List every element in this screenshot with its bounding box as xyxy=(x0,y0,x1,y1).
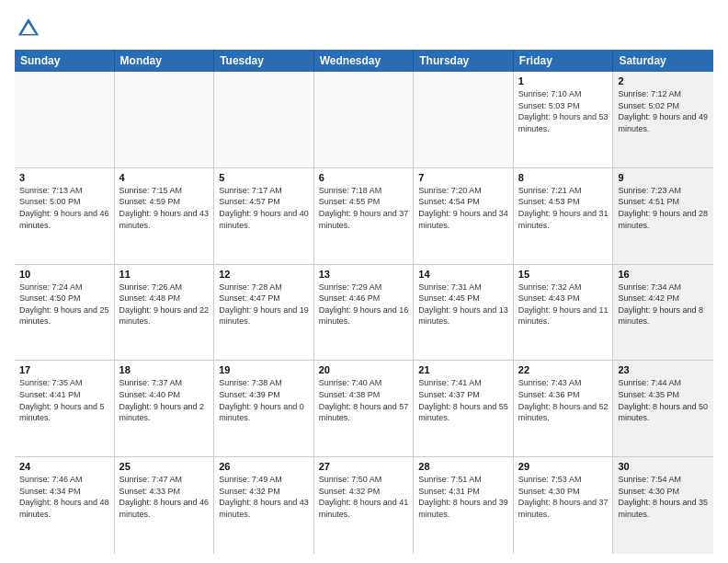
day-cell-17: 17Sunrise: 7:35 AM Sunset: 4:41 PM Dayli… xyxy=(15,361,115,456)
day-info: Sunrise: 7:35 AM Sunset: 4:41 PM Dayligh… xyxy=(19,377,109,423)
empty-cell xyxy=(414,72,514,167)
day-number: 8 xyxy=(518,172,609,183)
day-header-wednesday: Wednesday xyxy=(314,50,415,72)
day-header-saturday: Saturday xyxy=(613,50,713,72)
day-number: 19 xyxy=(219,364,309,375)
day-cell-7: 7Sunrise: 7:20 AM Sunset: 4:54 PM Daylig… xyxy=(414,168,514,264)
calendar-week-5: 24Sunrise: 7:46 AM Sunset: 4:34 PM Dayli… xyxy=(15,457,713,554)
day-cell-16: 16Sunrise: 7:34 AM Sunset: 4:42 PM Dayli… xyxy=(613,265,713,361)
day-header-sunday: Sunday xyxy=(15,50,115,72)
day-number: 7 xyxy=(418,172,508,183)
day-info: Sunrise: 7:12 AM Sunset: 5:02 PM Dayligh… xyxy=(618,88,709,134)
day-number: 1 xyxy=(518,75,609,86)
day-info: Sunrise: 7:37 AM Sunset: 4:40 PM Dayligh… xyxy=(119,377,210,423)
page: SundayMondayTuesdayWednesdayThursdayFrid… xyxy=(0,0,728,563)
day-number: 10 xyxy=(19,269,109,280)
day-cell-8: 8Sunrise: 7:21 AM Sunset: 4:53 PM Daylig… xyxy=(514,168,614,264)
day-info: Sunrise: 7:18 AM Sunset: 4:55 PM Dayligh… xyxy=(319,185,409,231)
day-number: 13 xyxy=(319,269,409,280)
day-cell-23: 23Sunrise: 7:44 AM Sunset: 4:35 PM Dayli… xyxy=(613,361,713,456)
day-number: 29 xyxy=(518,461,609,472)
day-number: 22 xyxy=(518,364,609,375)
day-number: 15 xyxy=(518,269,609,280)
day-cell-10: 10Sunrise: 7:24 AM Sunset: 4:50 PM Dayli… xyxy=(15,265,115,361)
day-cell-4: 4Sunrise: 7:15 AM Sunset: 4:59 PM Daylig… xyxy=(115,168,215,264)
calendar-body: 1Sunrise: 7:10 AM Sunset: 5:03 PM Daylig… xyxy=(15,72,713,554)
day-number: 16 xyxy=(618,269,709,280)
day-info: Sunrise: 7:32 AM Sunset: 4:43 PM Dayligh… xyxy=(518,282,609,327)
day-cell-6: 6Sunrise: 7:18 AM Sunset: 4:55 PM Daylig… xyxy=(314,168,415,264)
day-info: Sunrise: 7:31 AM Sunset: 4:45 PM Dayligh… xyxy=(418,282,508,327)
day-info: Sunrise: 7:46 AM Sunset: 4:34 PM Dayligh… xyxy=(19,474,109,520)
empty-cell xyxy=(115,72,215,167)
calendar-week-2: 3Sunrise: 7:13 AM Sunset: 5:00 PM Daylig… xyxy=(15,168,713,265)
day-info: Sunrise: 7:40 AM Sunset: 4:38 PM Dayligh… xyxy=(319,377,409,423)
day-number: 28 xyxy=(418,461,508,472)
day-info: Sunrise: 7:15 AM Sunset: 4:59 PM Dayligh… xyxy=(119,185,210,231)
day-number: 23 xyxy=(618,364,709,375)
day-number: 9 xyxy=(618,172,709,183)
day-cell-3: 3Sunrise: 7:13 AM Sunset: 5:00 PM Daylig… xyxy=(15,168,115,264)
day-number: 26 xyxy=(219,461,309,472)
day-header-friday: Friday xyxy=(514,50,614,72)
day-info: Sunrise: 7:21 AM Sunset: 4:53 PM Dayligh… xyxy=(518,185,609,231)
day-cell-1: 1Sunrise: 7:10 AM Sunset: 5:03 PM Daylig… xyxy=(514,72,614,167)
day-number: 17 xyxy=(19,364,109,375)
day-cell-26: 26Sunrise: 7:49 AM Sunset: 4:32 PM Dayli… xyxy=(214,457,314,554)
day-info: Sunrise: 7:41 AM Sunset: 4:37 PM Dayligh… xyxy=(418,377,508,423)
day-info: Sunrise: 7:50 AM Sunset: 4:32 PM Dayligh… xyxy=(319,474,409,520)
day-info: Sunrise: 7:54 AM Sunset: 4:30 PM Dayligh… xyxy=(618,474,709,520)
day-cell-14: 14Sunrise: 7:31 AM Sunset: 4:45 PM Dayli… xyxy=(414,265,514,361)
day-info: Sunrise: 7:17 AM Sunset: 4:57 PM Dayligh… xyxy=(219,185,309,231)
calendar-header: SundayMondayTuesdayWednesdayThursdayFrid… xyxy=(15,50,713,72)
day-info: Sunrise: 7:10 AM Sunset: 5:03 PM Dayligh… xyxy=(518,88,609,134)
day-info: Sunrise: 7:28 AM Sunset: 4:47 PM Dayligh… xyxy=(219,282,309,327)
empty-cell xyxy=(214,72,314,167)
day-number: 24 xyxy=(19,461,109,472)
day-info: Sunrise: 7:34 AM Sunset: 4:42 PM Dayligh… xyxy=(618,282,709,327)
day-cell-15: 15Sunrise: 7:32 AM Sunset: 4:43 PM Dayli… xyxy=(514,265,614,361)
logo-icon xyxy=(15,15,42,42)
day-number: 5 xyxy=(219,172,309,183)
calendar: SundayMondayTuesdayWednesdayThursdayFrid… xyxy=(15,50,713,554)
day-cell-29: 29Sunrise: 7:53 AM Sunset: 4:30 PM Dayli… xyxy=(514,457,614,554)
day-number: 12 xyxy=(219,269,309,280)
calendar-week-3: 10Sunrise: 7:24 AM Sunset: 4:50 PM Dayli… xyxy=(15,265,713,362)
day-cell-25: 25Sunrise: 7:47 AM Sunset: 4:33 PM Dayli… xyxy=(115,457,215,554)
day-cell-24: 24Sunrise: 7:46 AM Sunset: 4:34 PM Dayli… xyxy=(15,457,115,554)
empty-cell xyxy=(15,72,115,167)
day-info: Sunrise: 7:20 AM Sunset: 4:54 PM Dayligh… xyxy=(418,185,508,231)
day-cell-19: 19Sunrise: 7:38 AM Sunset: 4:39 PM Dayli… xyxy=(214,361,314,456)
day-number: 30 xyxy=(618,461,709,472)
day-info: Sunrise: 7:26 AM Sunset: 4:48 PM Dayligh… xyxy=(119,282,210,327)
day-number: 6 xyxy=(319,172,409,183)
day-info: Sunrise: 7:23 AM Sunset: 4:51 PM Dayligh… xyxy=(618,185,709,231)
calendar-week-1: 1Sunrise: 7:10 AM Sunset: 5:03 PM Daylig… xyxy=(15,72,713,168)
day-cell-9: 9Sunrise: 7:23 AM Sunset: 4:51 PM Daylig… xyxy=(613,168,713,264)
day-header-thursday: Thursday xyxy=(414,50,514,72)
calendar-week-4: 17Sunrise: 7:35 AM Sunset: 4:41 PM Dayli… xyxy=(15,361,713,457)
day-number: 4 xyxy=(119,172,210,183)
header xyxy=(15,15,713,42)
day-info: Sunrise: 7:44 AM Sunset: 4:35 PM Dayligh… xyxy=(618,377,709,423)
day-info: Sunrise: 7:49 AM Sunset: 4:32 PM Dayligh… xyxy=(219,474,309,520)
day-number: 2 xyxy=(618,75,709,86)
day-number: 11 xyxy=(119,269,210,280)
day-header-tuesday: Tuesday xyxy=(214,50,314,72)
empty-cell xyxy=(314,72,415,167)
day-cell-27: 27Sunrise: 7:50 AM Sunset: 4:32 PM Dayli… xyxy=(314,457,415,554)
day-cell-18: 18Sunrise: 7:37 AM Sunset: 4:40 PM Dayli… xyxy=(115,361,215,456)
day-info: Sunrise: 7:43 AM Sunset: 4:36 PM Dayligh… xyxy=(518,377,609,423)
day-info: Sunrise: 7:13 AM Sunset: 5:00 PM Dayligh… xyxy=(19,185,109,231)
day-cell-12: 12Sunrise: 7:28 AM Sunset: 4:47 PM Dayli… xyxy=(214,265,314,361)
day-cell-21: 21Sunrise: 7:41 AM Sunset: 4:37 PM Dayli… xyxy=(414,361,514,456)
day-info: Sunrise: 7:47 AM Sunset: 4:33 PM Dayligh… xyxy=(119,474,210,520)
day-number: 25 xyxy=(119,461,210,472)
logo xyxy=(15,15,46,42)
day-cell-5: 5Sunrise: 7:17 AM Sunset: 4:57 PM Daylig… xyxy=(214,168,314,264)
day-info: Sunrise: 7:53 AM Sunset: 4:30 PM Dayligh… xyxy=(518,474,609,520)
day-number: 14 xyxy=(418,269,508,280)
day-cell-28: 28Sunrise: 7:51 AM Sunset: 4:31 PM Dayli… xyxy=(414,457,514,554)
day-info: Sunrise: 7:24 AM Sunset: 4:50 PM Dayligh… xyxy=(19,282,109,327)
day-number: 3 xyxy=(19,172,109,183)
